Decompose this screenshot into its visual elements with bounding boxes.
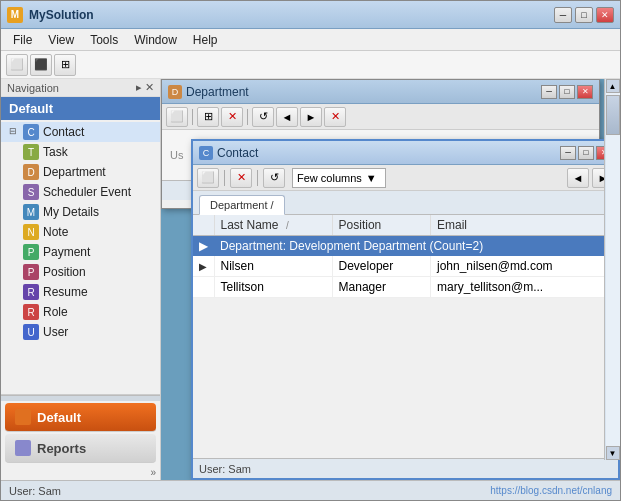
table-row[interactable]: Tellitson Manager mary_tellitson@m... [193, 277, 618, 298]
content-area: Navigation ▸ ✕ Default ⊟ C Contact T Tas… [1, 79, 620, 480]
nav-item-role[interactable]: R Role [1, 302, 160, 322]
nav-item-contact[interactable]: ⊟ C Contact [1, 122, 160, 142]
nav-item-resume[interactable]: R Resume [1, 282, 160, 302]
position-icon: P [23, 264, 39, 280]
contact-minimize[interactable]: ─ [560, 146, 576, 160]
nav-item-position[interactable]: P Position [1, 262, 160, 282]
nav-folder-default[interactable]: Default [5, 403, 156, 432]
sidebar: Navigation ▸ ✕ Default ⊟ C Contact T Tas… [1, 79, 161, 480]
nav-item-scheduler[interactable]: S Scheduler Event [1, 182, 160, 202]
nav-item-user[interactable]: U User [1, 322, 160, 342]
contact-extra-btn1[interactable]: ◄ [567, 168, 589, 188]
toolbar-sep-1 [224, 170, 225, 186]
row-indicator-2 [193, 277, 214, 298]
user-icon: U [23, 324, 39, 340]
expand-icon [9, 246, 21, 258]
toolbar-btn-2[interactable]: ⬛ [30, 54, 52, 76]
group-row[interactable]: ▶ Department: Development Department (Co… [193, 236, 618, 257]
scroll-up-btn[interactable]: ▲ [606, 79, 620, 93]
expand-sidebar-btn[interactable]: » [1, 465, 160, 480]
table-row[interactable]: ▶ Nilsen Developer john_nilsen@md.com [193, 256, 618, 277]
dept-back-btn[interactable]: ◄ [276, 107, 298, 127]
cell-email-2: mary_tellitson@m... [430, 277, 617, 298]
sidebar-header: Default [1, 97, 160, 120]
dept-close[interactable]: ✕ [577, 85, 593, 99]
scheduler-icon: S [23, 184, 39, 200]
toolbar-separator-2 [247, 109, 248, 125]
expand-icon: ⊟ [9, 126, 21, 138]
scroll-down-btn[interactable]: ▼ [606, 446, 620, 460]
dept-title-buttons: ─ □ ✕ [541, 85, 593, 99]
table-header-row: Last Name / Position Email [193, 215, 618, 236]
main-window: M MySolution ─ □ ✕ File View Tools Windo… [0, 0, 621, 501]
contact-window-title: Contact [217, 146, 560, 160]
contact-title-bar: C Contact ─ □ ✕ [193, 141, 618, 165]
contact-toolbar: ⬜ ✕ ↺ Few columns ▼ ◄ ► [193, 165, 618, 191]
contact-window: C Contact ─ □ ✕ ⬜ ✕ ↺ [191, 139, 620, 480]
maximize-button[interactable]: □ [575, 7, 593, 23]
view-dropdown[interactable]: Few columns ▼ [292, 168, 386, 188]
dept-icon: D [23, 164, 39, 180]
cell-email-1: john_nilsen@md.com [430, 256, 617, 277]
dept-toolbar: ⬜ ⊞ ✕ ↺ ◄ ► ✕ [162, 104, 599, 130]
expand-icon [9, 186, 21, 198]
expand-icon [9, 326, 21, 338]
nav-tree: ⊟ C Contact T Task D Department S [1, 120, 160, 394]
minimize-button[interactable]: ─ [554, 7, 572, 23]
menu-tools[interactable]: Tools [82, 31, 126, 49]
menu-file[interactable]: File [5, 31, 40, 49]
nav-item-department[interactable]: D Department [1, 162, 160, 182]
role-icon: R [23, 304, 39, 320]
expand-icon [9, 286, 21, 298]
title-bar: M MySolution ─ □ ✕ [1, 1, 620, 29]
nav-item-note[interactable]: N Note [1, 222, 160, 242]
tab-department[interactable]: Department / [199, 195, 285, 215]
sidebar-bottom: Default Reports » [1, 394, 160, 480]
expand-icon [9, 166, 21, 178]
expand-icon [9, 266, 21, 278]
dept-table-btn[interactable]: ⊞ [197, 107, 219, 127]
contact-new-btn[interactable]: ⬜ [197, 168, 219, 188]
contact-refresh-btn[interactable]: ↺ [263, 168, 285, 188]
col-lastname: Last Name / [214, 215, 332, 236]
contact-icon: C [23, 124, 39, 140]
close-button[interactable]: ✕ [596, 7, 614, 23]
expand-icon [9, 206, 21, 218]
contact-delete-btn[interactable]: ✕ [230, 168, 252, 188]
contact-table-area[interactable]: Last Name / Position Email ▶ [193, 215, 618, 458]
nav-folder-reports[interactable]: Reports [5, 434, 156, 463]
toolbar-btn-1[interactable]: ⬜ [6, 54, 28, 76]
contact-window-icon: C [199, 146, 213, 160]
scroll-thumb[interactable] [606, 95, 620, 135]
expand-icon [9, 306, 21, 318]
dept-minimize[interactable]: ─ [541, 85, 557, 99]
task-icon: T [23, 144, 39, 160]
cell-lastname-2: Tellitson [214, 277, 332, 298]
expand-icon [9, 226, 21, 238]
dept-window-title: Department [186, 85, 541, 99]
col-email: Email [430, 215, 617, 236]
scroll-track[interactable] [606, 93, 620, 446]
dept-maximize[interactable]: □ [559, 85, 575, 99]
nav-label: Navigation ▸ ✕ [1, 79, 160, 97]
menu-view[interactable]: View [40, 31, 82, 49]
main-area: D Department ─ □ ✕ ⬜ ⊞ ✕ ↺ ◄ ► [161, 79, 620, 480]
note-icon: N [23, 224, 39, 240]
mydetails-icon: M [23, 204, 39, 220]
dropdown-arrow-icon: ▼ [366, 172, 377, 184]
dept-forward-btn[interactable]: ► [300, 107, 322, 127]
dept-refresh-btn[interactable]: ↺ [252, 107, 274, 127]
group-row-label: Department: Development Department (Coun… [214, 236, 618, 257]
dept-new-btn[interactable]: ⬜ [166, 107, 188, 127]
toolbar-btn-3[interactable]: ⊞ [54, 54, 76, 76]
right-scrollbar[interactable]: ▲ ▼ [604, 79, 620, 460]
nav-item-task[interactable]: T Task [1, 142, 160, 162]
menu-help[interactable]: Help [185, 31, 226, 49]
nav-item-mydetails[interactable]: M My Details [1, 202, 160, 222]
contact-maximize[interactable]: □ [578, 146, 594, 160]
dept-stop-btn[interactable]: ✕ [324, 107, 346, 127]
contact-status-bar: User: Sam [193, 458, 618, 478]
nav-item-payment[interactable]: P Payment [1, 242, 160, 262]
dept-delete-btn[interactable]: ✕ [221, 107, 243, 127]
menu-window[interactable]: Window [126, 31, 185, 49]
